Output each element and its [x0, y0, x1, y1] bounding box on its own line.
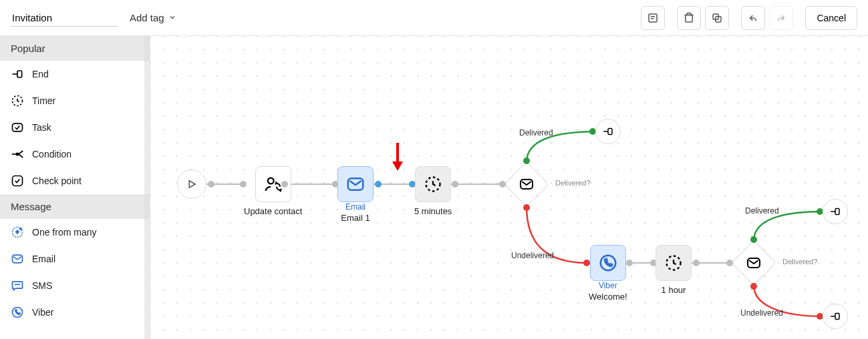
- email-icon: [345, 174, 366, 194]
- email-icon: [746, 255, 762, 271]
- sidebar-item-condition[interactable]: Condition: [0, 141, 150, 167]
- sidebar-item-label: End: [32, 69, 49, 79]
- end-node-2[interactable]: [823, 199, 848, 224]
- timer-icon: [424, 175, 442, 194]
- sidebar-item-label: SMS: [32, 280, 52, 291]
- condition-label: Delivered?: [782, 258, 818, 266]
- node-label: 1 hour: [662, 285, 686, 295]
- end-node-3[interactable]: [823, 304, 848, 329]
- svg-point-11: [16, 153, 18, 155]
- redo-button[interactable]: [769, 6, 793, 30]
- condition-label: Delivered?: [555, 179, 591, 187]
- svg-line-13: [19, 154, 23, 157]
- svg-rect-9: [13, 123, 23, 131]
- port[interactable]: [208, 181, 214, 188]
- flow-canvas[interactable]: Update contact Email Email 1 5 minutes: [150, 36, 868, 339]
- timer-icon: [11, 94, 24, 107]
- viber-node[interactable]: Viber Welcome!: [589, 245, 627, 302]
- sidebar-item-label: Timer: [32, 95, 55, 106]
- redo-icon: [775, 12, 787, 24]
- add-tag-label: Add tag: [130, 12, 164, 23]
- update-contact-node[interactable]: Update contact: [244, 166, 302, 216]
- sidebar-item-viber[interactable]: Viber: [0, 299, 150, 326]
- add-tag-dropdown[interactable]: Add tag: [130, 12, 176, 23]
- timer-node-2[interactable]: 1 hour: [656, 245, 692, 295]
- end-icon: [829, 310, 841, 322]
- timer-node-1[interactable]: 5 minutes: [414, 166, 452, 216]
- note-icon: [647, 12, 659, 24]
- port-undelivered[interactable]: [523, 204, 530, 211]
- node-type-label: Viber: [599, 281, 617, 290]
- svg-point-16: [20, 228, 22, 230]
- node-type-label: Email: [345, 202, 366, 212]
- task-icon: [11, 121, 24, 134]
- node-label: Update contact: [244, 206, 302, 216]
- svg-line-12: [19, 151, 23, 154]
- edge-label-delivered-2: Delivered: [745, 206, 779, 216]
- sidebar-item-task[interactable]: Task: [0, 114, 150, 141]
- timer-icon: [664, 254, 683, 272]
- sidebar-item-label: Check point: [32, 176, 82, 186]
- sms-icon: [11, 279, 24, 292]
- start-node[interactable]: [177, 170, 206, 199]
- svg-rect-40: [835, 314, 839, 320]
- sidebar-item-end[interactable]: End: [0, 61, 150, 87]
- port[interactable]: [375, 181, 382, 188]
- svg-marker-27: [189, 181, 195, 188]
- topbar: Add tag Cancel: [0, 0, 868, 36]
- port-undelivered[interactable]: [750, 283, 757, 290]
- one-from-many-icon: +: [11, 226, 24, 239]
- port-delivered[interactable]: [750, 236, 757, 243]
- chevron-down-icon: [168, 12, 176, 23]
- port-delivered[interactable]: [523, 157, 530, 164]
- undo-button[interactable]: [741, 6, 765, 30]
- node-label: Email 1: [341, 213, 370, 223]
- sidebar-item-label: Task: [32, 122, 51, 133]
- sidebar-item-timer[interactable]: Timer: [0, 87, 150, 114]
- port[interactable]: [693, 260, 700, 266]
- svg-rect-3: [686, 15, 693, 22]
- delete-button[interactable]: [677, 6, 701, 30]
- annotation-arrow-icon: [391, 141, 404, 173]
- port[interactable]: [281, 181, 288, 188]
- email-node[interactable]: Email Email 1: [337, 166, 374, 223]
- node-label: 5 minutes: [414, 206, 452, 216]
- note-button[interactable]: [641, 6, 665, 30]
- copy-button[interactable]: [705, 6, 729, 30]
- update-contact-icon: [263, 174, 283, 194]
- undo-icon: [747, 12, 759, 24]
- viber-icon: [598, 253, 618, 273]
- port[interactable]: [626, 260, 633, 266]
- sidebar-item-email[interactable]: Email: [0, 246, 150, 272]
- end-icon: [602, 125, 614, 137]
- svg-marker-42: [392, 161, 403, 171]
- svg-rect-14: [13, 176, 23, 186]
- cancel-button[interactable]: Cancel: [805, 6, 857, 30]
- sidebar-item-label: Condition: [32, 149, 71, 159]
- viber-icon: [11, 306, 24, 319]
- edge-label-delivered-1: Delivered: [519, 128, 553, 137]
- play-icon: [186, 178, 198, 190]
- scrollbar[interactable]: [144, 36, 150, 339]
- scenario-title-input[interactable]: [11, 9, 118, 27]
- email-icon: [519, 176, 535, 192]
- svg-rect-33: [608, 129, 612, 135]
- end-node-1[interactable]: [595, 119, 621, 144]
- sidebar-item-checkpoint[interactable]: Check point: [0, 167, 150, 194]
- sidebar-section-popular: Popular: [0, 36, 150, 61]
- svg-text:+: +: [16, 229, 19, 236]
- svg-rect-38: [835, 209, 839, 215]
- edge-label-undelivered-2: Undelivered: [740, 308, 783, 318]
- checkpoint-icon: [11, 174, 24, 188]
- copy-icon: [711, 12, 723, 24]
- condition-node-1[interactable]: [504, 162, 549, 206]
- edge-label-undelivered-1: Undelivered: [511, 251, 554, 260]
- email-icon: [11, 252, 24, 266]
- sidebar-item-label: Email: [32, 254, 55, 264]
- end-icon: [829, 206, 841, 218]
- sidebar-item-sms[interactable]: SMS: [0, 272, 150, 299]
- sidebar-item-one-from-many[interactable]: + One from many: [0, 219, 150, 246]
- condition-node-2[interactable]: [732, 241, 776, 285]
- port[interactable]: [452, 181, 458, 188]
- svg-rect-7: [17, 71, 22, 77]
